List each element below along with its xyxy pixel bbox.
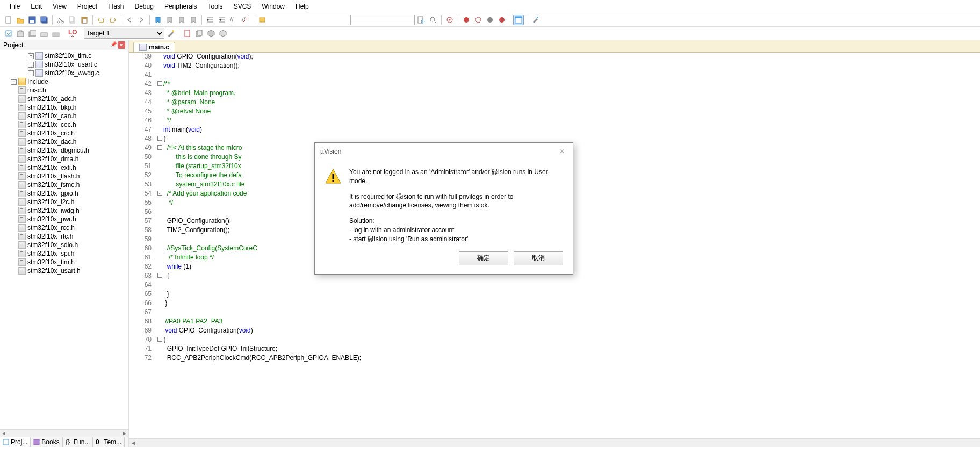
- target-select[interactable]: Target 1: [84, 28, 164, 39]
- fold-column[interactable]: [156, 263, 163, 272]
- bookmark-icon[interactable]: [153, 15, 163, 25]
- fold-column[interactable]: -: [156, 336, 163, 345]
- stop-build-icon[interactable]: [51, 28, 61, 39]
- breakpoint-disable-icon[interactable]: [485, 15, 495, 25]
- fold-column[interactable]: [156, 71, 163, 80]
- comment-icon[interactable]: //: [228, 15, 239, 25]
- pane-tab[interactable]: Proj...: [0, 437, 31, 447]
- menu-tools[interactable]: Tools: [203, 1, 228, 12]
- code-line[interactable]: 67: [129, 308, 980, 317]
- menu-view[interactable]: View: [47, 1, 72, 12]
- menu-file[interactable]: File: [4, 1, 25, 12]
- tree-item[interactable]: stm32f10x_dma.h: [0, 155, 128, 163]
- fold-column[interactable]: [156, 217, 163, 226]
- dialog-close-icon[interactable]: ✕: [557, 146, 567, 157]
- bookmark-prev-icon[interactable]: [164, 15, 175, 25]
- fold-column[interactable]: [156, 345, 163, 354]
- download-icon[interactable]: LOAD: [67, 28, 78, 39]
- dialog-cancel-button[interactable]: 取消: [514, 251, 563, 265]
- incremental-find-icon[interactable]: [428, 15, 438, 25]
- nav-fwd-icon[interactable]: [136, 15, 147, 25]
- tree-item[interactable]: stm32f10x_exti.h: [0, 163, 128, 172]
- indent-icon[interactable]: [205, 15, 215, 25]
- code-line[interactable]: 42-/**: [129, 80, 980, 89]
- fold-column[interactable]: [156, 162, 163, 171]
- code-line[interactable]: 72 RCC_APB2PeriphClockCmd(RCC_APB2Periph…: [129, 354, 980, 363]
- menu-debug[interactable]: Debug: [129, 1, 159, 12]
- menu-window[interactable]: Window: [256, 1, 290, 12]
- fold-column[interactable]: -: [156, 190, 163, 199]
- tree-item[interactable]: stm32f10x_gpio.h: [0, 189, 128, 198]
- save-icon[interactable]: [27, 15, 38, 25]
- dialog-ok-button[interactable]: 确定: [459, 251, 508, 265]
- fold-column[interactable]: [156, 354, 163, 363]
- tree-item[interactable]: stm32f10x_adc.h: [0, 95, 128, 103]
- project-hscroll[interactable]: ◄►: [0, 429, 128, 437]
- code-line[interactable]: 69 void GPIO_Configuration(void): [129, 327, 980, 336]
- code-line[interactable]: 46 */: [129, 117, 980, 126]
- configure-icon[interactable]: [530, 15, 541, 25]
- pane-tab[interactable]: 0Tem...: [93, 437, 125, 447]
- breakpoint-enable-icon[interactable]: [473, 15, 484, 25]
- tree-item[interactable]: stm32f10x_usart.h: [0, 266, 128, 275]
- fold-column[interactable]: [156, 107, 163, 117]
- pin-icon[interactable]: 📌: [110, 41, 117, 49]
- expand-icon[interactable]: −: [11, 79, 17, 85]
- new-file-icon[interactable]: [3, 15, 14, 25]
- fold-column[interactable]: -: [156, 80, 163, 89]
- tree-item[interactable]: stm32f10x_pwr.h: [0, 215, 128, 223]
- fold-column[interactable]: [156, 327, 163, 336]
- fold-column[interactable]: [156, 308, 163, 317]
- breakpoint-insert-icon[interactable]: [461, 15, 472, 25]
- cut-icon[interactable]: [55, 15, 66, 25]
- tree-item[interactable]: stm32f10x_iwdg.h: [0, 206, 128, 215]
- save-all-icon[interactable]: [39, 15, 49, 25]
- tree-item[interactable]: stm32f10x_bkp.h: [0, 103, 128, 112]
- nav-back-icon[interactable]: [124, 15, 135, 25]
- window-icon[interactable]: [513, 15, 524, 25]
- fold-column[interactable]: [156, 235, 163, 244]
- menu-project[interactable]: Project: [72, 1, 103, 12]
- tree-item[interactable]: stm32f10x_cec.h: [0, 120, 128, 129]
- fold-column[interactable]: [156, 317, 163, 327]
- menu-peripherals[interactable]: Peripherals: [159, 1, 203, 12]
- code-line[interactable]: 40void TIM2_Configuration();: [129, 62, 980, 71]
- fold-column[interactable]: [156, 117, 163, 126]
- expand-icon[interactable]: +: [28, 53, 34, 59]
- fold-column[interactable]: [156, 153, 163, 162]
- expand-icon[interactable]: +: [28, 70, 34, 76]
- pane-tab[interactable]: {}Fun...: [63, 437, 93, 447]
- code-line[interactable]: 68 //PA0 PA1 PA2 PA3: [129, 317, 980, 327]
- fold-column[interactable]: [156, 208, 163, 217]
- rebuild-icon[interactable]: [27, 28, 38, 39]
- build-icon[interactable]: [15, 28, 26, 39]
- translate-icon[interactable]: [3, 28, 14, 39]
- close-pane-icon[interactable]: ✕: [118, 41, 125, 49]
- copy-icon[interactable]: [67, 15, 78, 25]
- tree-item[interactable]: +stm32f10x_tim.c: [0, 52, 128, 60]
- menu-help[interactable]: Help: [290, 1, 314, 12]
- fold-column[interactable]: [156, 126, 163, 135]
- fold-column[interactable]: -: [156, 144, 163, 153]
- file-ext-icon[interactable]: [182, 28, 193, 39]
- code-line[interactable]: 43 * @brief Main program.: [129, 89, 980, 98]
- breakpoint-killall-icon[interactable]: [496, 15, 507, 25]
- editor-tab-main[interactable]: main.c: [133, 42, 175, 52]
- find-in-files-icon[interactable]: [416, 15, 427, 25]
- find-icon[interactable]: [257, 15, 268, 25]
- find-combo[interactable]: [350, 15, 415, 25]
- fold-column[interactable]: [156, 244, 163, 254]
- redo-icon[interactable]: [107, 15, 118, 25]
- fold-column[interactable]: [156, 171, 163, 180]
- tree-item[interactable]: +stm32f10x_usart.c: [0, 60, 128, 69]
- code-line[interactable]: 71 GPIO_InitTypeDef GPIO_InitStructure;: [129, 345, 980, 354]
- fold-column[interactable]: [156, 62, 163, 71]
- bookmark-clear-icon[interactable]: [188, 15, 199, 25]
- editor-hscroll[interactable]: ◄: [129, 438, 980, 447]
- paste-icon[interactable]: [79, 15, 90, 25]
- tree-item[interactable]: misc.h: [0, 86, 128, 95]
- fold-column[interactable]: [156, 89, 163, 98]
- bookmark-next-icon[interactable]: [176, 15, 187, 25]
- tree-item[interactable]: stm32f10x_rtc.h: [0, 232, 128, 241]
- code-line[interactable]: 45 * @retval None: [129, 107, 980, 117]
